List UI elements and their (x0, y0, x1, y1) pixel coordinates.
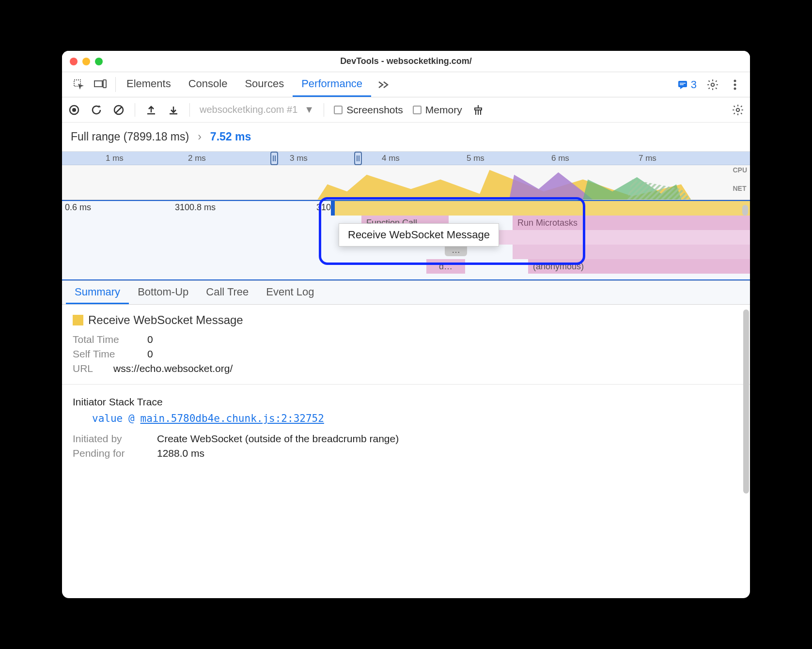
memory-checkbox[interactable]: Memory (413, 104, 462, 116)
svg-rect-4 (680, 83, 686, 84)
stack-function: value (92, 413, 123, 424)
window-title: DevTools - websocketking.com/ (62, 56, 750, 66)
cpu-lane-label: CPU (733, 166, 747, 174)
memory-label: Memory (425, 104, 462, 116)
svg-point-19 (736, 108, 740, 111)
tab-sources[interactable]: Sources (236, 72, 293, 97)
devtools-window: DevTools - websocketking.com/ Elements C… (62, 51, 750, 598)
ruler-tick: 7 ms (639, 154, 656, 163)
svg-point-8 (734, 83, 736, 86)
stack-at-symbol: @ (128, 413, 135, 424)
stack-source-link[interactable]: main.5780db4e.chunk.js:2:32752 (141, 413, 324, 424)
capture-settings-icon[interactable] (732, 104, 744, 116)
device-toolbar-icon[interactable] (94, 78, 107, 91)
messages-badge[interactable]: 3 (677, 78, 697, 91)
svg-rect-1 (94, 81, 102, 87)
self-time-value: 0 (147, 348, 153, 360)
svg-point-9 (734, 87, 736, 90)
tab-performance[interactable]: Performance (293, 72, 371, 97)
messages-count: 3 (691, 78, 697, 91)
overview-lane-labels: CPU NET (733, 166, 747, 192)
reload-record-button[interactable] (90, 104, 103, 116)
svg-rect-5 (680, 84, 684, 85)
overview-timeline[interactable]: 1 ms 2 ms 3 ms 4 ms 5 ms 6 ms 7 ms CPU N… (62, 152, 750, 200)
checkbox-box-icon (334, 106, 343, 114)
ruler-tick: 5 ms (467, 154, 484, 163)
detail-tab-event-log[interactable]: Event Log (257, 281, 323, 304)
self-time-label: Self Time (73, 348, 136, 360)
initiated-by-label: Initiated by (73, 433, 145, 445)
svg-line-13 (116, 107, 122, 113)
current-range[interactable]: 7.52 ms (210, 130, 251, 143)
screenshots-checkbox[interactable]: Screenshots (334, 104, 403, 116)
flame-chart[interactable]: 0.6 ms 3100.8 ms 3101.0 ms 3101.2 ms 310… (62, 200, 750, 280)
more-options-icon[interactable] (729, 78, 741, 91)
overview-ruler: 1 ms 2 ms 3 ms 4 ms 5 ms 6 ms 7 ms (62, 152, 750, 165)
full-range-label[interactable]: Full range (7899.18 ms) (71, 130, 189, 143)
pending-for-value: 1288.0 ms (157, 448, 204, 459)
tab-console[interactable]: Console (180, 72, 236, 97)
flame-scrollbar-thumb[interactable] (742, 205, 748, 216)
range-handle-left[interactable] (270, 152, 278, 165)
summary-scrollbar-thumb[interactable] (743, 309, 749, 494)
record-button[interactable] (68, 104, 80, 116)
ruler-tick: 3 ms (290, 154, 308, 163)
flame-tooltip: Receive WebSocket Message (339, 223, 499, 247)
dropdown-triangle-icon: ▼ (304, 104, 314, 115)
range-handle-right[interactable] (354, 152, 362, 165)
recording-selector-label: websocketking.com #1 (200, 104, 297, 115)
event-color-swatch (73, 315, 83, 325)
clear-button[interactable] (112, 104, 125, 116)
main-tab-bar: Elements Console Sources Performance 3 (62, 72, 750, 97)
total-time-label: Total Time (73, 334, 136, 345)
svg-rect-14 (475, 108, 482, 110)
summary-pane: Receive WebSocket Message Total Time 0 S… (62, 305, 750, 598)
detail-tab-summary[interactable]: Summary (66, 281, 129, 304)
event-name: Receive WebSocket Message (88, 313, 243, 327)
svg-point-7 (734, 79, 736, 82)
checkbox-box-icon (413, 106, 422, 114)
detail-tab-bottom-up[interactable]: Bottom-Up (129, 281, 197, 304)
event-header: Receive WebSocket Message (73, 313, 739, 327)
ruler-tick: 1 ms (106, 154, 124, 163)
ruler-tick: 6 ms (551, 154, 569, 163)
settings-icon[interactable] (706, 78, 719, 91)
collect-garbage-icon[interactable] (472, 104, 484, 116)
ruler-tick: 4 ms (382, 154, 400, 163)
inspect-element-icon[interactable] (73, 78, 85, 91)
svg-point-11 (72, 108, 76, 112)
more-tabs-button[interactable] (371, 72, 395, 97)
ruler-tick: 2 ms (188, 154, 206, 163)
pending-for-label: Pending for (73, 448, 145, 459)
svg-rect-2 (103, 80, 106, 88)
time-range-breadcrumb: Full range (7899.18 ms) › 7.52 ms (62, 123, 750, 152)
net-lane-label: NET (733, 185, 747, 192)
tab-elements[interactable]: Elements (118, 72, 180, 97)
svg-point-6 (711, 83, 715, 86)
titlebar: DevTools - websocketking.com/ (62, 51, 750, 72)
chevron-right-icon: › (198, 130, 202, 143)
screenshots-label: Screenshots (346, 104, 403, 116)
initiator-stack-header: Initiator Stack Trace (73, 396, 739, 408)
url-label: URL (73, 363, 102, 374)
svg-rect-3 (678, 81, 687, 87)
tooltip-text: Receive WebSocket Message (348, 229, 490, 241)
detail-tab-bar: Summary Bottom-Up Call Tree Event Log (62, 280, 750, 305)
download-profile-icon[interactable] (167, 104, 180, 116)
initiated-by-value: Create WebSocket (outside of the breadcr… (157, 433, 399, 445)
total-time-value: 0 (147, 334, 153, 345)
overview-flame (62, 165, 750, 200)
performance-toolbar: websocketking.com #1 ▼ Screenshots Memor… (62, 97, 750, 123)
upload-profile-icon[interactable] (145, 104, 157, 116)
detail-tab-call-tree[interactable]: Call Tree (197, 281, 257, 304)
url-value: wss://echo.websocket.org/ (113, 363, 233, 374)
recording-selector[interactable]: websocketking.com #1 ▼ (200, 104, 314, 115)
